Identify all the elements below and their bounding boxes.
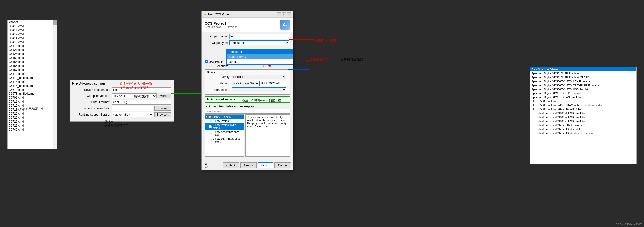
connection-list-item[interactable]: Texas Instruments XDS100v2 USB Emulator <box>530 115 636 119</box>
templates-section-label[interactable]: ▼ Project templates and examples <box>204 105 290 108</box>
tree-child-empty-project[interactable]: 📄 Empty Project <box>205 119 244 123</box>
variant-value-input[interactable] <box>260 81 288 86</box>
connection-select[interactable] <box>232 87 286 92</box>
finish-button[interactable]: Finish <box>258 162 274 168</box>
variant-filter-select[interactable]: <select or type filter text> <box>232 82 259 85</box>
connection-list-item[interactable]: Spectrum Digital XDS560V2 STM TRAVELER E… <box>530 83 636 87</box>
variant-row: Variant: <select or type filter text> <box>207 81 288 86</box>
close-button[interactable]: ✕ <box>287 12 291 16</box>
file-list-item[interactable]: C6414.cmd <box>8 36 57 40</box>
window-buttons: — □ ✕ <box>277 12 291 16</box>
file-list-item[interactable]: C6711.cmd <box>8 100 57 104</box>
output-type-dropdown-wrapper[interactable]: Executable Static Library Other... <box>230 40 290 45</box>
file-list-item[interactable]: C6416.cmd <box>8 40 57 44</box>
file-list-item[interactable]: C6701.cmd <box>8 96 57 100</box>
connection-list-item[interactable]: Texas Instruments XDS2xx LAN Emulator <box>530 123 636 127</box>
file-list-item[interactable]: C6742.cmd <box>8 128 57 132</box>
maximize-button[interactable]: □ <box>282 12 286 16</box>
scrollbar[interactable] <box>53 20 57 149</box>
connection-list-item[interactable]: Spectrum Digital XDS560V2 STM USB Emulat… <box>530 87 636 91</box>
file-icon-4: 📄 <box>209 139 212 142</box>
dialog-body: Project name: Output type: Executable St… <box>202 32 293 160</box>
file-list-item[interactable]: C6472.cmd <box>8 72 57 76</box>
file-list-item[interactable]: C6410.cmd <box>8 24 57 28</box>
compiler-more-button[interactable]: More... <box>158 94 171 98</box>
file-list-item[interactable]: C6412.cmd <box>8 32 57 36</box>
device-section-label: Device <box>207 70 288 74</box>
file-list-item[interactable]: C6678_unified.cmd <box>8 92 57 96</box>
templates-description: Creates an empty project fully initializ… <box>245 114 290 157</box>
file-list-item[interactable]: C6454.cmd <box>8 60 57 64</box>
file-list-item[interactable]: C6455.cmd <box>8 64 57 68</box>
connection-list-item[interactable]: Texas Instruments XDS100v1 USB Emulator <box>530 111 636 115</box>
file-list-item[interactable]: C6720.cmd <box>8 112 57 116</box>
runtime-support-label: Runtime support library: <box>72 113 112 116</box>
connection-list-item[interactable]: Texas Instruments XDS100v3 USB Emulator <box>530 119 636 123</box>
next-button[interactable]: Next > <box>240 162 256 168</box>
runtime-browse-button[interactable]: Browse... <box>154 112 171 117</box>
family-select[interactable]: C6000 <box>232 74 286 79</box>
connection-list-item[interactable]: Spectrum Digital XDS510USB Emulator TI-J… <box>530 75 636 79</box>
dd-item-other[interactable]: Other... <box>227 60 293 64</box>
file-list-item[interactable]: C6424.cmd <box>8 52 57 56</box>
right-connection-panel[interactable]: Data Snapshot ViewerSpectrum Digital XDS… <box>530 67 636 164</box>
file-list-item[interactable]: C6472_unified.cmd <box>8 76 57 80</box>
file-list-item[interactable]: C6474_unified.cmd <box>8 84 57 88</box>
connection-list-item[interactable]: TI XDS560 Emulator, 20-pin Rev-D Cable <box>530 107 636 111</box>
connection-list-item[interactable]: TI XDS560 Emulator, 2-Pin cJTAG with Ext… <box>530 103 636 107</box>
filter-input[interactable] <box>204 109 290 114</box>
file-list-item[interactable]: C6474.cmd <box>8 80 57 84</box>
back-button[interactable]: < Back <box>223 162 239 168</box>
connection-list-item[interactable]: Texas Instruments XDS2xx USB Onboard Emu… <box>530 131 636 135</box>
watermark: CSDN @Kshine2017 <box>616 223 642 226</box>
dialog-title-text: New CCS Project <box>208 13 231 16</box>
connection-list-item[interactable]: Spectrum Digital XDS510USB Emulator <box>530 71 636 75</box>
file-list-item[interactable]: C6726.cmd <box>8 120 57 124</box>
linker-command-input[interactable] <box>112 106 153 111</box>
dd-item-static-library[interactable]: Static Library <box>227 54 293 60</box>
dialog-header-subtitle: Create a new CCS Project. <box>204 25 237 28</box>
file-list-item[interactable]: C6727.cmd <box>8 124 57 128</box>
dd-item-executable[interactable]: Executable <box>227 50 293 54</box>
dialog-header-icon: 🗂 <box>280 20 290 30</box>
cancel-button[interactable]: Cancel <box>274 162 291 168</box>
tree-child-empty-project-main[interactable]: 📄 Empty Project (with main.c <box>205 123 244 130</box>
tree-child-empty-project-main-label: Empty Project (with main.c <box>212 123 243 129</box>
file-icon-3: 📄 <box>209 132 212 135</box>
file-list-item[interactable]: C6678.cmd <box>8 88 57 92</box>
connection-list-item[interactable]: TI XDS560 Emulator <box>530 99 636 103</box>
tree-item-empty-projects-label: Empty Projects <box>212 115 231 118</box>
runtime-support-select[interactable]: <automatic> <box>112 112 153 117</box>
project-name-input[interactable] <box>230 34 290 39</box>
connection-list-item[interactable]: Data Snapshot Viewer <box>530 68 636 71</box>
file-list-item[interactable]: C6722.cmd <box>8 116 57 120</box>
help-button[interactable]: ? <box>204 163 208 168</box>
connection-list-item[interactable]: Spectrum Digital XDSPRO USB Emulator <box>530 91 636 95</box>
connection-list-item[interactable]: Texas Instruments XDS2xx USB Emulator <box>530 127 636 131</box>
minimize-button[interactable]: — <box>277 12 281 16</box>
file-list-item[interactable]: C6457.cmd <box>8 68 57 72</box>
file-list-item[interactable]: C6411.cmd <box>8 28 57 32</box>
file-list-item[interactable]: C6452.cmd <box>8 56 57 60</box>
dialog-footer: ? < Back Next > Finish Cancel <box>202 160 293 170</box>
output-type-dropdown-menu[interactable]: Executable Static Library Other... <box>226 49 293 65</box>
linker-browse-button[interactable]: Browse... <box>154 106 171 111</box>
file-list-item[interactable]: <none> <box>8 20 57 24</box>
output-format-row: Output format: <box>72 100 171 105</box>
output-format-input[interactable] <box>112 100 171 105</box>
use-default-checkbox[interactable] <box>204 60 208 64</box>
file-list-item[interactable]: C6421.cmd <box>8 48 57 52</box>
output-type-row: Output type: Executable Static Library O… <box>204 40 290 45</box>
tree-child-assembly[interactable]: 📄 Empty Assembly-only Proje... <box>205 130 244 137</box>
file-icon-2: 📄 <box>209 125 212 128</box>
left-file-list[interactable]: <none>C6410.cmdC6411.cmdC6412.cmdC6414.c… <box>8 20 57 149</box>
file-list-item[interactable]: C6418.cmd <box>8 44 57 48</box>
variant-label: Variant: <box>207 82 232 85</box>
output-type-select[interactable]: Executable Static Library Other... <box>230 40 289 45</box>
templates-tree[interactable]: 📁 Empty Projects 📄 Empty Project 📄 Empty… <box>204 114 244 157</box>
connection-list-item[interactable]: Spectrum Digital XDS560V2 STM LAN Emulat… <box>530 79 636 83</box>
tree-item-empty-projects[interactable]: 📁 Empty Projects <box>205 114 244 119</box>
compiler-version-label: Compiler version: <box>72 94 112 98</box>
connection-list-item[interactable]: Spectrum Digital XDSPRO LAN Emulator <box>530 95 636 99</box>
tree-child-dsp-bios[interactable]: 📄 Empty DSP/BIOS v5.x Proje... <box>205 137 244 144</box>
